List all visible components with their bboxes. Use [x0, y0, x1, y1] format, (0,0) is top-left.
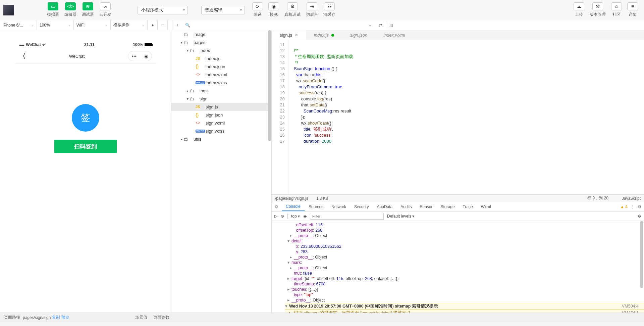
detail-button[interactable]: ≡详情	[627, 2, 638, 17]
editor-pane: sign.js✕index.jssign.jsonindex.wxml 1112…	[272, 30, 644, 313]
tree-item-index[interactable]: ▾🗀index	[171, 46, 271, 54]
tree-item-sign.js[interactable]: JSsign.js	[171, 103, 271, 111]
scan-sign-button[interactable]: 扫码签到	[54, 140, 117, 153]
tab-sign.js[interactable]: sign.js✕	[272, 30, 306, 40]
file-tree: 🗀image▾🗀pages▾🗀indexJSindex.js{}index.js…	[171, 30, 272, 313]
mute-icon[interactable]: 🕨	[148, 20, 158, 30]
devtools-tab-appdata[interactable]: AppData	[373, 202, 396, 211]
file-path: /pages/sign/sign.js	[275, 196, 308, 201]
debugger-button[interactable]: ≋调试器	[82, 2, 94, 17]
simulator-pane: WeChat ᯤ 21:11 100% 〈 WeChat •••◉ 签 扫码签到	[0, 30, 171, 313]
mock-select[interactable]: 模拟操作⌄	[111, 20, 148, 30]
clear-console-icon[interactable]: ⊘	[281, 214, 284, 219]
background-button[interactable]: ⇥切后台	[306, 2, 318, 17]
editor-button[interactable]: </>编辑器	[64, 2, 76, 17]
tab-index.js[interactable]: index.js	[306, 30, 342, 40]
cloud-button[interactable]: ∞云开发	[99, 2, 111, 17]
warning-badge[interactable]: ▲ 4	[620, 204, 628, 209]
eye-icon[interactable]: ◉	[303, 214, 307, 219]
code-content[interactable]: /** * 生命周期函数--监听页面加载 */ScanSign: functio…	[288, 40, 644, 194]
dock-icon[interactable]: ⧉	[638, 204, 641, 209]
console-scrollbar[interactable]	[640, 221, 643, 288]
devtools-tab-audits[interactable]: Audits	[396, 202, 416, 211]
devtools-tab-storage[interactable]: Storage	[437, 202, 459, 211]
tree-item-index.wxss[interactable]: WXSSindex.wxss	[171, 79, 271, 87]
line-gutter: 1112131415161718192021222324252627	[272, 40, 288, 194]
split-icon[interactable]: ⇄	[376, 20, 386, 30]
editor-tabs: sign.js✕index.jssign.jsonindex.wxml	[272, 30, 644, 40]
add-tab-icon[interactable]: ＋	[172, 20, 182, 30]
console-output[interactable]: offsetLeft: 115 offsetTop: 268 ▸__proto_…	[272, 221, 644, 313]
scene-label[interactable]: 场景值	[135, 315, 147, 320]
battery-indicator: 100%	[133, 42, 152, 47]
compile-button[interactable]: ⟳编译	[252, 2, 263, 17]
more-icon[interactable]: ⋯	[366, 20, 376, 30]
tree-item-sign.wxml[interactable]: <>sign.wxml	[171, 119, 271, 127]
code-editor[interactable]: 1112131415161718192021222324252627 /** *…	[272, 40, 644, 194]
inspect-icon[interactable]: ⯐	[274, 204, 278, 209]
zoom-select[interactable]: 100%⌄	[37, 20, 74, 30]
tree-item-sign.wxss[interactable]: WXSSsign.wxss	[171, 127, 271, 135]
network-select[interactable]: WiFi⌄	[74, 20, 111, 30]
tree-item-index.wxml[interactable]: <>index.wxml	[171, 71, 271, 79]
search-icon[interactable]: 🔍	[182, 20, 193, 30]
phone-status-bar: WeChat ᯤ 21:11 100%	[15, 40, 156, 49]
tree-item-index.json[interactable]: {}index.json	[171, 62, 271, 71]
community-button[interactable]: ☺社区	[611, 2, 622, 17]
tree-item-sign.json[interactable]: {}sign.json	[171, 111, 271, 119]
tree-item-pages[interactable]: ▾🗀pages	[171, 38, 271, 46]
clear-cache-button[interactable]: ☷清缓存	[323, 2, 335, 17]
tab-index.wxml[interactable]: index.wxml	[375, 30, 413, 40]
preview-button[interactable]: ◉预览	[268, 2, 279, 17]
tree-item-image[interactable]: 🗀image	[171, 30, 271, 38]
tab-sign.json[interactable]: sign.json	[342, 30, 375, 40]
devtools-panel: ⯐ ConsoleSourcesNetworkSecurityAppDataAu…	[272, 202, 644, 313]
main-area: WeChat ᯤ 21:11 100% 〈 WeChat •••◉ 签 扫码签到…	[0, 30, 644, 313]
filter-input[interactable]	[310, 213, 384, 220]
devtools-more-icon[interactable]: ⋮	[631, 204, 635, 209]
copy-link[interactable]: 复制	[52, 315, 60, 320]
footer-bar: 页面路径 pages/sign/sign 复制 预览 场景值 页面参数	[0, 313, 644, 322]
close-icon[interactable]: ✕	[295, 33, 298, 37]
upload-button[interactable]: ☁上传	[574, 2, 584, 17]
devtools-tab-sensor[interactable]: Sensor	[416, 202, 437, 211]
user-avatar[interactable]	[3, 5, 14, 15]
phone-simulator: WeChat ᯤ 21:11 100% 〈 WeChat •••◉ 签 扫码签到	[15, 40, 156, 313]
layout-icon[interactable]: ▯▯	[386, 20, 396, 30]
console-toolbar: ▷ ⊘ top ▾ ◉ Default levels ▾ ⚙	[272, 212, 644, 221]
preview-link[interactable]: 预览	[61, 315, 69, 320]
page-path: pages/sign/sign	[23, 315, 51, 320]
version-button[interactable]: ⚒版本管理	[590, 2, 606, 17]
devtools-tabs: ⯐ ConsoleSourcesNetworkSecurityAppDataAu…	[272, 202, 644, 212]
tree-item-sign[interactable]: ▾🗀sign	[171, 95, 271, 103]
devtools-tab-sources[interactable]: Sources	[305, 202, 327, 211]
devtools-tab-security[interactable]: Security	[350, 202, 373, 211]
mode-select[interactable]: 小程序模式	[138, 6, 188, 14]
tree-scrollbar[interactable]	[268, 30, 271, 141]
devtools-tab-console[interactable]: Console	[282, 202, 305, 211]
devtools-tab-wxml[interactable]: Wxml	[477, 202, 495, 211]
cursor-position: 行 9，列 20	[587, 195, 608, 201]
signal-icon: WeChat ᯤ	[19, 42, 46, 47]
params-label[interactable]: 页面参数	[153, 315, 169, 320]
capsule-button[interactable]: •••◉	[128, 51, 152, 61]
devtools-tab-trace[interactable]: Trace	[459, 202, 477, 211]
tree-item-utils[interactable]: ▸🗀utils	[171, 135, 271, 143]
back-icon[interactable]: 〈	[19, 52, 26, 61]
dirty-icon	[331, 34, 334, 37]
path-label: 页面路径	[4, 315, 20, 320]
rotate-icon[interactable]: ▭	[158, 20, 168, 30]
remote-debug-button[interactable]: ⚙真机调试	[284, 2, 301, 17]
compile-mode-select[interactable]: 普通编译	[201, 6, 245, 14]
sign-circle-button[interactable]: 签	[72, 104, 99, 132]
play-icon[interactable]: ▷	[274, 214, 277, 219]
language-mode[interactable]: JavaScript	[622, 196, 641, 201]
tree-item-logs[interactable]: ▸🗀logs	[171, 87, 271, 95]
levels-select[interactable]: Default levels ▾	[387, 214, 414, 219]
settings-icon[interactable]: ⚙	[638, 214, 641, 219]
device-select[interactable]: iPhone 6/...⌄	[0, 20, 37, 30]
context-select[interactable]: top ▾	[291, 214, 300, 219]
devtools-tab-network[interactable]: Network	[327, 202, 350, 211]
simulator-button[interactable]: ▭模拟器	[47, 2, 59, 17]
tree-item-index.js[interactable]: JSindex.js	[171, 54, 271, 62]
